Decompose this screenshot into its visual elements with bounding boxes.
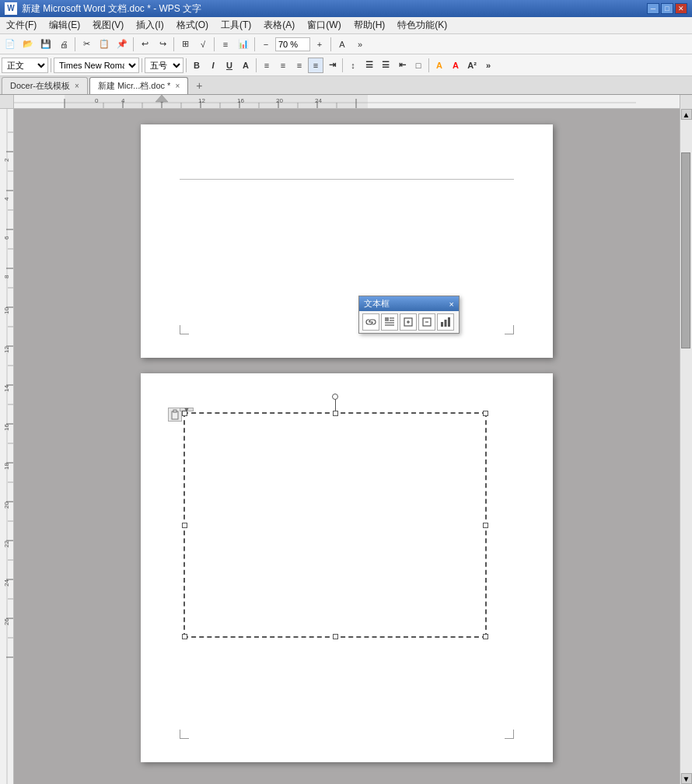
font-color-btn2[interactable]: A xyxy=(448,58,463,73)
font-select[interactable]: Times New Roman xyxy=(54,58,139,73)
menu-tools[interactable]: 工具(T) xyxy=(215,17,257,33)
align-center-btn[interactable]: ≡ xyxy=(275,58,291,73)
bold-button[interactable]: B xyxy=(189,58,204,73)
tab-docer-close[interactable]: × xyxy=(75,82,79,90)
cut-button[interactable]: ✂ xyxy=(78,36,95,53)
dashed-textbox[interactable] xyxy=(183,412,487,638)
fmt-sep-1 xyxy=(51,58,51,72)
help-btn[interactable]: A xyxy=(334,36,351,53)
align-left-btn[interactable]: ≡ xyxy=(259,58,274,73)
scroll-thumb[interactable] xyxy=(681,152,690,348)
rotate-handle[interactable] xyxy=(332,394,338,400)
v-ruler: 2 4 6 8 10 12 14 16 18 20 22 24 26 xyxy=(0,109,14,784)
save-button[interactable]: 💾 xyxy=(37,36,54,53)
add-tab-button[interactable]: + xyxy=(190,77,208,94)
svg-text:20: 20 xyxy=(3,502,10,509)
textbox-size-btn2[interactable] xyxy=(418,313,435,331)
page-2: ▼ xyxy=(141,373,553,762)
minimize-button[interactable]: ─ xyxy=(647,3,659,14)
zoom-in-button[interactable]: + xyxy=(311,36,328,53)
title-text: 新建 Microsoft Word 文档.doc * - WPS 文字 xyxy=(22,2,642,16)
zoom-out-button[interactable]: − xyxy=(257,36,274,53)
formula-button[interactable]: √ xyxy=(194,36,211,53)
redo-button[interactable]: ↪ xyxy=(154,36,171,53)
tab-doc[interactable]: 新建 Micr...档.doc * × xyxy=(89,77,188,94)
textbox-link-btn[interactable] xyxy=(362,313,379,331)
menu-view[interactable]: 视图(V) xyxy=(86,17,130,33)
handle-mr[interactable] xyxy=(483,523,488,528)
print-button[interactable]: 🖨 xyxy=(55,36,72,53)
font-color-btn[interactable]: A xyxy=(238,58,253,73)
page2-corner-br xyxy=(505,730,514,739)
highlight-btn[interactable]: A xyxy=(432,58,447,73)
textbox-toolbar-body xyxy=(359,311,459,333)
numbered-list-btn[interactable]: ☰ xyxy=(378,58,393,73)
textbox-layout-btn[interactable] xyxy=(381,313,398,331)
handle-bc[interactable] xyxy=(333,634,338,639)
indent-btn[interactable]: ⇥ xyxy=(324,58,340,73)
tab-bar: Docer-在线模板 × 新建 Micr...档.doc * × + xyxy=(0,76,692,95)
size-select[interactable]: 五号 xyxy=(145,58,183,73)
separator-4 xyxy=(214,37,215,51)
menu-format[interactable]: 格式(O) xyxy=(170,17,215,33)
handle-tr[interactable] xyxy=(483,411,488,416)
separator-6 xyxy=(330,37,331,51)
new-button[interactable]: 📄 xyxy=(2,36,19,53)
page-1: 文本框 × xyxy=(141,124,553,358)
textbox-toolbar-close-button[interactable]: × xyxy=(449,299,454,309)
menu-file[interactable]: 文件(F) xyxy=(0,17,43,33)
borders-btn[interactable]: □ xyxy=(411,58,426,73)
scroll-up-btn[interactable]: ▲ xyxy=(681,109,692,120)
undo-button[interactable]: ↩ xyxy=(136,36,153,53)
outdent-btn[interactable]: ⇤ xyxy=(394,58,410,73)
handle-br[interactable] xyxy=(483,634,488,639)
corner-mark-br xyxy=(505,325,514,334)
textbox-chart-btn[interactable] xyxy=(437,313,454,331)
close-button[interactable]: ✕ xyxy=(675,3,687,14)
page-wrapper: 文本框 × xyxy=(14,109,680,784)
handle-bl[interactable] xyxy=(182,634,187,639)
svg-text:24: 24 xyxy=(315,97,322,104)
chart-button[interactable]: 📊 xyxy=(235,36,252,53)
expand-btn[interactable]: » xyxy=(351,36,369,53)
menu-help[interactable]: 帮助(H) xyxy=(348,17,392,33)
canvas-area[interactable]: 文本框 × xyxy=(14,109,680,784)
fmt-sep-6 xyxy=(428,58,429,72)
list-btn[interactable]: ☰ xyxy=(362,58,377,73)
underline-button[interactable]: U xyxy=(222,58,237,73)
menu-insert[interactable]: 插入(I) xyxy=(130,17,170,33)
tab-doc-close[interactable]: × xyxy=(175,82,180,90)
svg-text:4: 4 xyxy=(121,97,125,104)
copy-button[interactable]: 📋 xyxy=(96,36,113,53)
expand-fmt-btn[interactable]: » xyxy=(481,58,496,73)
textbox-toolbar-title[interactable]: 文本框 × xyxy=(359,296,459,311)
handle-tc[interactable] xyxy=(333,411,338,416)
page2-corner-bl xyxy=(180,730,189,739)
menu-bar: 文件(F) 编辑(E) 视图(V) 插入(I) 格式(O) 工具(T) 表格(A… xyxy=(0,17,692,34)
line-spacing-btn[interactable]: ↕ xyxy=(345,58,361,73)
tab-docer[interactable]: Docer-在线模板 × xyxy=(2,77,88,94)
paste-button[interactable]: 📌 xyxy=(114,36,131,53)
style-select[interactable]: 正文 xyxy=(2,58,48,73)
table-button[interactable]: ⊞ xyxy=(176,36,194,53)
page-1-content[interactable] xyxy=(141,124,553,187)
zoom-input[interactable] xyxy=(275,37,310,51)
textbox-size-btn1[interactable] xyxy=(400,313,417,331)
menu-table[interactable]: 表格(A) xyxy=(257,17,301,33)
header-line xyxy=(180,179,514,180)
align-right-btn[interactable]: ≡ xyxy=(292,58,307,73)
align-justify-btn[interactable]: ≡ xyxy=(308,58,323,73)
scroll-track[interactable] xyxy=(680,120,692,773)
italic-button[interactable]: I xyxy=(205,58,221,73)
handle-tl[interactable] xyxy=(182,411,187,416)
open-button[interactable]: 📂 xyxy=(19,36,37,53)
handle-ml[interactable] xyxy=(182,523,187,528)
superscript-btn[interactable]: A² xyxy=(464,58,480,73)
right-scrollbar[interactable]: ▲ ▼ xyxy=(680,109,692,784)
menu-window[interactable]: 窗口(W) xyxy=(301,17,347,33)
column-button[interactable]: ≡ xyxy=(217,36,234,53)
menu-edit[interactable]: 编辑(E) xyxy=(43,17,86,33)
maximize-button[interactable]: □ xyxy=(661,3,673,14)
scroll-down-btn[interactable]: ▼ xyxy=(681,773,692,784)
menu-special[interactable]: 特色功能(K) xyxy=(391,17,453,33)
